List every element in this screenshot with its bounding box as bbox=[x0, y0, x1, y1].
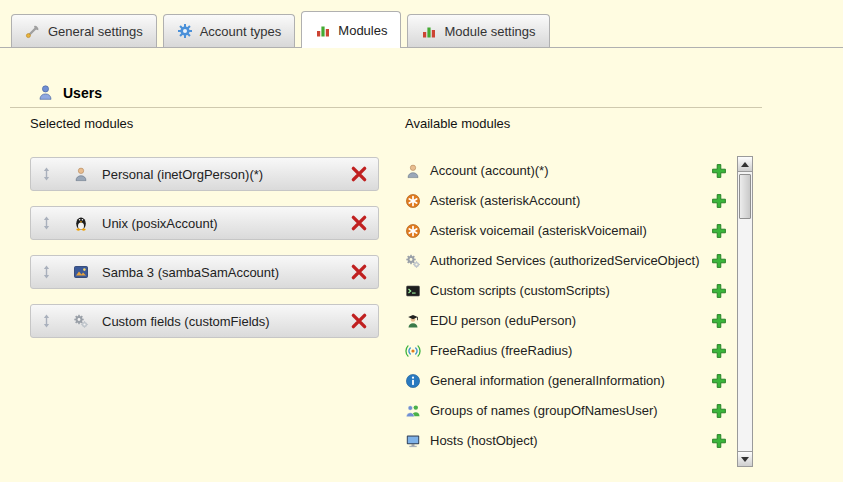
radius-icon bbox=[405, 343, 421, 359]
selected-module-row[interactable]: Unix (posixAccount) bbox=[30, 206, 379, 240]
available-module-row: Asterisk (asteriskAccount) bbox=[405, 186, 736, 216]
module-label: Asterisk voicemail (asteriskVoicemail) bbox=[430, 223, 702, 239]
available-module-row: General information (generalInformation) bbox=[405, 366, 736, 396]
gears-icon bbox=[73, 313, 89, 329]
person-icon bbox=[405, 163, 421, 179]
selected-module-row[interactable]: Samba 3 (sambaSamAccount) bbox=[30, 255, 379, 289]
available-modules-list: Account (account)(*) Asterisk (asteriskA… bbox=[405, 156, 736, 456]
info-icon bbox=[405, 373, 421, 389]
available-modules-scrollbar[interactable] bbox=[737, 156, 753, 467]
available-module-row: Custom scripts (customScripts) bbox=[405, 276, 736, 306]
modules-icon bbox=[421, 23, 437, 39]
module-label: Account (account)(*) bbox=[430, 163, 702, 179]
available-module-row: Groups of names (groupOfNamesUser) bbox=[405, 396, 736, 426]
terminal-icon bbox=[405, 283, 421, 299]
selected-modules-heading: Selected modules bbox=[30, 116, 133, 131]
selected-module-row[interactable]: Personal (inetOrgPerson)(*) bbox=[30, 157, 379, 191]
scroll-up-button[interactable] bbox=[738, 157, 752, 172]
tab-general-settings[interactable]: General settings bbox=[11, 14, 157, 47]
available-modules-heading: Available modules bbox=[405, 116, 510, 131]
add-module-button[interactable] bbox=[711, 193, 727, 209]
host-icon bbox=[405, 433, 421, 449]
add-module-button[interactable] bbox=[711, 343, 727, 359]
edu-person-icon bbox=[405, 313, 421, 329]
module-label: FreeRadius (freeRadius) bbox=[430, 343, 702, 359]
drag-handle-icon[interactable] bbox=[41, 167, 61, 181]
section-header-users: Users bbox=[37, 84, 102, 101]
delete-module-button[interactable] bbox=[350, 263, 368, 281]
available-module-row: Authorized Services (authorizedServiceOb… bbox=[405, 246, 736, 276]
arrow-down-icon bbox=[741, 457, 749, 462]
delete-module-button[interactable] bbox=[350, 214, 368, 232]
tab-label: General settings bbox=[48, 24, 143, 39]
available-module-row: EDU person (eduPerson) bbox=[405, 306, 736, 336]
add-module-button[interactable] bbox=[711, 163, 727, 179]
delete-module-button[interactable] bbox=[350, 312, 368, 330]
available-module-row: Asterisk voicemail (asteriskVoicemail) bbox=[405, 216, 736, 246]
available-module-row: FreeRadius (freeRadius) bbox=[405, 336, 736, 366]
module-label: Custom scripts (customScripts) bbox=[430, 283, 702, 299]
arrow-up-icon bbox=[741, 162, 749, 167]
available-module-row: Account (account)(*) bbox=[405, 156, 736, 186]
tab-label: Module settings bbox=[444, 24, 535, 39]
available-module-row: Hosts (hostObject) bbox=[405, 426, 736, 456]
tab-label: Account types bbox=[200, 24, 282, 39]
tab-bar: General settings Account types bbox=[0, 11, 843, 48]
penguin-icon bbox=[73, 215, 89, 231]
add-module-button[interactable] bbox=[711, 373, 727, 389]
person-icon bbox=[73, 166, 89, 182]
add-module-button[interactable] bbox=[711, 403, 727, 419]
module-label: General information (generalInformation) bbox=[430, 373, 702, 389]
section-divider bbox=[10, 107, 762, 108]
scrollbar-thumb[interactable] bbox=[739, 174, 751, 219]
samba-icon bbox=[73, 264, 89, 280]
drag-handle-icon[interactable] bbox=[41, 314, 61, 328]
drag-handle-icon[interactable] bbox=[41, 216, 61, 230]
module-label: Authorized Services (authorizedServiceOb… bbox=[430, 253, 702, 269]
asterisk-icon bbox=[405, 193, 421, 209]
group-icon bbox=[405, 403, 421, 419]
add-module-button[interactable] bbox=[711, 223, 727, 239]
tab-label: Modules bbox=[338, 23, 387, 38]
add-module-button[interactable] bbox=[711, 433, 727, 449]
add-module-button[interactable] bbox=[711, 283, 727, 299]
module-label: Asterisk (asteriskAccount) bbox=[430, 193, 702, 209]
lam-configuration-page: General settings Account types bbox=[0, 0, 843, 482]
section-title: Users bbox=[63, 85, 102, 101]
tab-module-settings[interactable]: Module settings bbox=[407, 14, 549, 47]
add-module-button[interactable] bbox=[711, 313, 727, 329]
user-icon bbox=[37, 84, 54, 101]
add-module-button[interactable] bbox=[711, 253, 727, 269]
module-label: Samba 3 (sambaSamAccount) bbox=[102, 265, 279, 280]
modules-icon bbox=[315, 22, 331, 38]
drag-handle-icon[interactable] bbox=[41, 265, 61, 279]
asterisk-icon bbox=[405, 223, 421, 239]
module-label: Hosts (hostObject) bbox=[430, 433, 702, 449]
module-label: Custom fields (customFields) bbox=[102, 314, 270, 329]
scroll-down-button[interactable] bbox=[738, 451, 752, 466]
gear-icon bbox=[177, 23, 193, 39]
tab-modules[interactable]: Modules bbox=[301, 11, 401, 48]
selected-module-row[interactable]: Custom fields (customFields) bbox=[30, 304, 379, 338]
tools-icon bbox=[25, 23, 41, 39]
delete-module-button[interactable] bbox=[350, 165, 368, 183]
module-label: Unix (posixAccount) bbox=[102, 216, 218, 231]
gears-icon bbox=[405, 253, 421, 269]
module-label: EDU person (eduPerson) bbox=[430, 313, 702, 329]
module-label: Groups of names (groupOfNamesUser) bbox=[430, 403, 702, 419]
tab-account-types[interactable]: Account types bbox=[163, 14, 296, 47]
selected-modules-list: Personal (inetOrgPerson)(*) Unix (posix bbox=[30, 157, 379, 338]
module-label: Personal (inetOrgPerson)(*) bbox=[102, 167, 263, 182]
